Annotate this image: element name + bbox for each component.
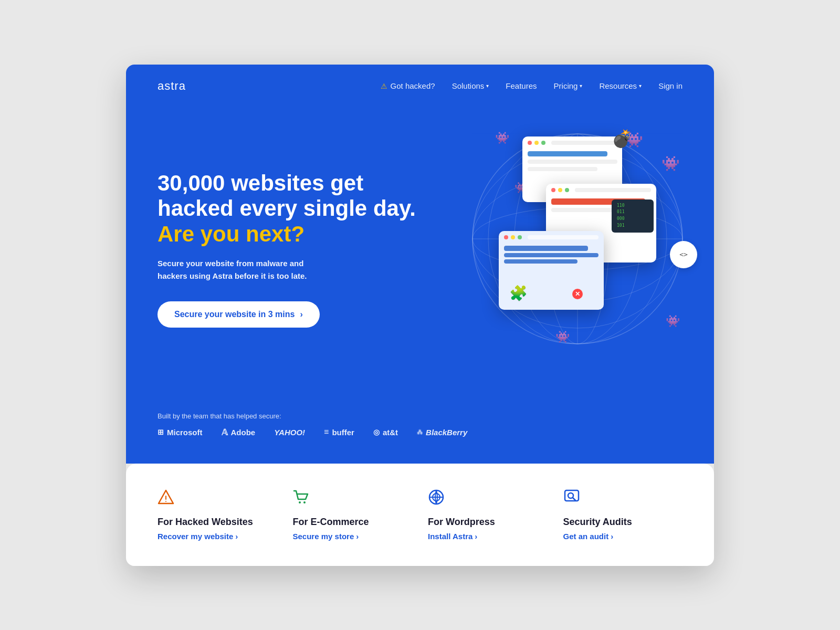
arrow-icon: ›	[300, 310, 302, 319]
blackberry-icon: ⁂	[417, 429, 423, 436]
hero-nav-arrow[interactable]: <>	[670, 241, 697, 268]
brand-logo: astra	[158, 79, 186, 93]
trusted-logos: ⊞ Microsoft 𝔸 Adobe YAHOO! ≡ buffer ◎ at…	[158, 427, 682, 437]
svg-rect-16	[565, 490, 579, 501]
wordpress-icon	[428, 489, 548, 509]
trusted-label: Built by the team that has helped secure…	[158, 412, 682, 420]
arrow-icon: ›	[475, 532, 477, 541]
att-icon: ◎	[373, 428, 380, 436]
feature-card-wordpress: For Wordpress Install Astra ›	[428, 489, 548, 541]
navigation: astra ⚠ Got hacked? Solutions ▾ F	[158, 65, 682, 108]
feature-link-ecommerce[interactable]: Secure my store ›	[293, 532, 413, 541]
buffer-icon: ≡	[324, 427, 329, 437]
svg-rect-10	[165, 501, 166, 502]
microsoft-icon: ⊞	[158, 428, 164, 436]
svg-point-12	[303, 501, 306, 503]
nav-pricing[interactable]: Pricing ▾	[554, 81, 583, 90]
feature-card-ecommerce: For E-Commerce Secure my store ›	[293, 489, 413, 541]
feature-title-wordpress: For Wordpress	[428, 517, 548, 528]
logo-blackberry: ⁂ BlackBerry	[417, 428, 467, 437]
alert-icon: ⚠	[381, 82, 387, 90]
arrow-icon: ›	[611, 532, 613, 541]
hero-title: 30,000 websites get hacked every single …	[158, 171, 420, 247]
svg-line-18	[573, 498, 575, 500]
bug-monster-4: 👾	[555, 330, 570, 344]
feature-title-hacked: For Hacked Websites	[158, 517, 277, 528]
arrow-icon: ›	[235, 532, 238, 541]
nav-links: ⚠ Got hacked? Solutions ▾ Features	[381, 81, 682, 90]
hero-subtitle: Secure your website from malware andhack…	[158, 257, 420, 282]
chevron-down-icon: ▾	[580, 83, 582, 89]
bug-monster-6: 👾	[666, 314, 680, 328]
warning-icon	[158, 489, 277, 509]
hero-illustration: 💣 110011000101	[420, 129, 682, 370]
cart-icon	[293, 489, 413, 509]
chevron-down-icon: ▾	[639, 83, 642, 89]
hero-section: astra ⚠ Got hacked? Solutions ▾ F	[126, 65, 714, 464]
feature-link-security-audits[interactable]: Get an audit ›	[563, 532, 683, 541]
browser-card-3: 🧩 ✕	[499, 231, 604, 310]
nav-resources[interactable]: Resources ▾	[599, 81, 642, 90]
bug-monster-1: 👾	[495, 131, 509, 145]
adobe-icon: 𝔸	[222, 427, 228, 437]
chevron-down-icon: ▾	[486, 83, 489, 89]
logo-yahoo: YAHOO!	[274, 428, 305, 437]
nav-solutions[interactable]: Solutions ▾	[452, 81, 489, 90]
feature-title-ecommerce: For E-Commerce	[293, 517, 413, 528]
hero-text: 30,000 websites get hacked every single …	[158, 171, 420, 328]
hero-accent-title: Are you next?	[158, 222, 304, 246]
cta-button[interactable]: Secure your website in 3 mins ›	[158, 301, 320, 328]
svg-rect-9	[165, 496, 166, 500]
feature-title-security-audits: Security Audits	[563, 517, 683, 528]
arrow-icon: ›	[356, 532, 359, 541]
nav-got-hacked[interactable]: ⚠ Got hacked?	[381, 81, 435, 90]
search-icon	[563, 489, 683, 509]
bug-monster-5: 👾	[662, 155, 680, 172]
feature-card-security-audits: Security Audits Get an audit ›	[563, 489, 683, 541]
trusted-section: Built by the team that has helped secure…	[158, 402, 682, 464]
feature-link-wordpress[interactable]: Install Astra ›	[428, 532, 548, 541]
logo-att: ◎ at&t	[373, 428, 398, 437]
feature-card-hacked: For Hacked Websites Recover my website ›	[158, 489, 277, 541]
code-arrow-icon: <>	[679, 250, 688, 258]
hero-content: 30,000 websites get hacked every single …	[158, 108, 682, 402]
logo-adobe: 𝔸 Adobe	[222, 427, 256, 437]
bottom-feature-section: For Hacked Websites Recover my website ›…	[126, 464, 714, 566]
svg-point-11	[299, 501, 301, 503]
logo-buffer: ≡ buffer	[324, 427, 354, 437]
nav-sign-in[interactable]: Sign in	[658, 81, 682, 90]
logo-microsoft: ⊞ Microsoft	[158, 428, 203, 437]
nav-features[interactable]: Features	[506, 81, 537, 90]
feature-link-hacked[interactable]: Recover my website ›	[158, 532, 277, 541]
browser-window: astra ⚠ Got hacked? Solutions ▾ F	[126, 65, 714, 566]
